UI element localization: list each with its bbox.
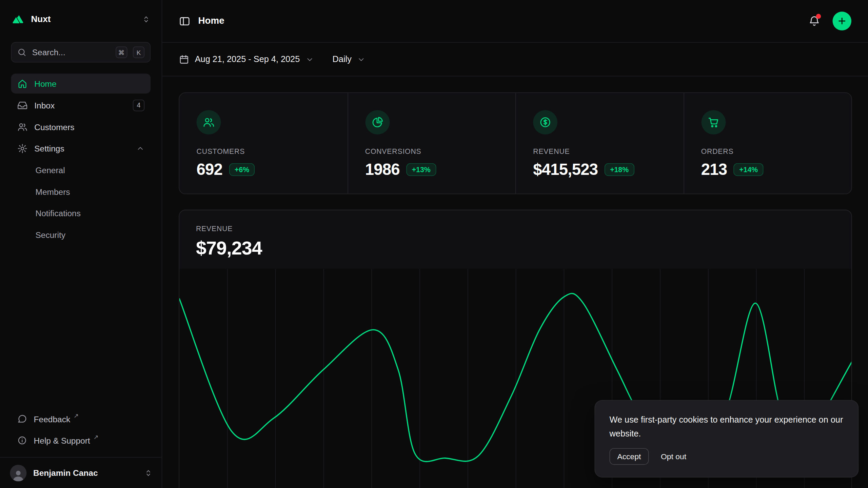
stat-value: $415,523 — [533, 160, 598, 179]
stat-delta-badge: +6% — [229, 163, 255, 176]
panel-left-icon[interactable] — [179, 15, 190, 27]
shopping-cart-icon — [701, 110, 726, 135]
sidebar-item-inbox[interactable]: Inbox 4 — [11, 95, 151, 115]
sidebar-item-settings[interactable]: Settings — [11, 138, 151, 158]
external-link-icon: ↗ — [93, 434, 98, 441]
info-circle-icon — [17, 435, 27, 445]
stat-customers[interactable]: CUSTOMERS 692 +6% — [179, 93, 348, 194]
revenue-chart-header: REVENUE $79,234 — [179, 210, 851, 269]
chevrons-up-down-icon — [144, 468, 153, 477]
revenue-chart-value: $79,234 — [196, 237, 835, 259]
search-icon — [17, 47, 27, 57]
sidebar-item-members[interactable]: Members — [11, 182, 151, 202]
sidebar: Nuxt Search... ⌘ K Home — [0, 0, 162, 488]
avatar — [10, 465, 26, 481]
revenue-chart-label: REVENUE — [196, 225, 835, 233]
message-bubble-icon — [17, 414, 27, 424]
page-header: Home — [162, 0, 868, 43]
help-support-link[interactable]: Help & Support ↗ — [11, 430, 151, 450]
home-icon — [17, 78, 28, 89]
app-window: Nuxt Search... ⌘ K Home — [0, 0, 868, 488]
header-actions — [808, 12, 851, 30]
user-name: Benjamin Canac — [33, 468, 137, 477]
stat-value: 1986 — [365, 160, 400, 179]
cookie-actions: Accept Opt out — [610, 448, 844, 465]
stat-value: 213 — [701, 160, 727, 179]
search-placeholder: Search... — [32, 47, 110, 57]
chevron-down-icon — [305, 55, 314, 63]
stat-delta-badge: +13% — [406, 163, 436, 176]
stat-delta-badge: +14% — [734, 163, 764, 176]
dashboard-content: CUSTOMERS 692 +6% CONVERSIONS 1986 +13% — [162, 76, 868, 488]
sidebar-item-general[interactable]: General — [11, 160, 151, 180]
main-area: Home Aug 21, 2025 - Sep 4, 2025 — [162, 0, 868, 488]
chevron-up-icon — [136, 144, 144, 152]
stat-conversions[interactable]: CONVERSIONS 1986 +13% — [347, 93, 515, 194]
workspace-name: Nuxt — [31, 14, 136, 24]
page-title: Home — [198, 16, 224, 27]
stats-row: CUSTOMERS 692 +6% CONVERSIONS 1986 +13% — [179, 93, 852, 194]
sidebar-item-notifications[interactable]: Notifications — [11, 203, 151, 223]
users-icon — [17, 121, 28, 132]
chevron-down-icon — [357, 55, 365, 63]
inbox-count-badge: 4 — [133, 99, 144, 111]
sidebar-item-home[interactable]: Home — [11, 74, 151, 94]
sidebar-spacer — [0, 245, 162, 409]
chevrons-up-down-icon — [142, 15, 151, 24]
feedback-link[interactable]: Feedback ↗ — [11, 409, 151, 429]
stat-orders[interactable]: ORDERS 213 +14% — [684, 93, 852, 194]
calendar-icon — [179, 54, 189, 64]
kbd-meta: ⌘ — [115, 46, 127, 58]
filter-bar: Aug 21, 2025 - Sep 4, 2025 Daily — [162, 43, 868, 77]
inbox-icon — [17, 100, 28, 110]
notifications-button[interactable] — [808, 15, 821, 27]
user-menu[interactable]: Benjamin Canac — [0, 457, 162, 488]
stat-revenue[interactable]: REVENUE $415,523 +18% — [515, 93, 684, 194]
stat-delta-badge: +18% — [605, 163, 634, 176]
nuxt-logo-icon — [11, 12, 25, 26]
search-input[interactable]: Search... ⌘ K — [11, 42, 151, 62]
granularity-select[interactable]: Daily — [333, 54, 366, 64]
external-link-icon: ↗ — [74, 412, 79, 419]
cookie-message: We use first-party cookies to enhance yo… — [610, 413, 844, 441]
date-range-picker[interactable]: Aug 21, 2025 - Sep 4, 2025 — [179, 54, 314, 64]
opt-out-button[interactable]: Opt out — [661, 452, 686, 461]
add-button[interactable] — [833, 12, 852, 30]
sidebar-footer: Feedback ↗ Help & Support ↗ — [0, 409, 162, 457]
dollar-circle-icon — [533, 110, 557, 135]
sidebar-item-security[interactable]: Security — [11, 225, 151, 245]
stat-value: 692 — [197, 160, 223, 179]
sidebar-item-customers[interactable]: Customers — [11, 117, 151, 137]
granularity-value: Daily — [333, 54, 352, 64]
sidebar-nav: Home Inbox 4 Customers Settings — [0, 66, 162, 244]
chart-pie-icon — [365, 110, 390, 135]
cookie-banner: We use first-party cookies to enhance yo… — [594, 400, 859, 477]
gear-icon — [17, 143, 28, 154]
workspace-switcher[interactable]: Nuxt — [0, 0, 162, 34]
kbd-k: K — [133, 46, 144, 58]
date-range-value: Aug 21, 2025 - Sep 4, 2025 — [195, 54, 300, 64]
notification-dot — [816, 14, 821, 19]
accept-cookies-button[interactable]: Accept — [610, 448, 649, 465]
users-icon — [197, 110, 221, 135]
